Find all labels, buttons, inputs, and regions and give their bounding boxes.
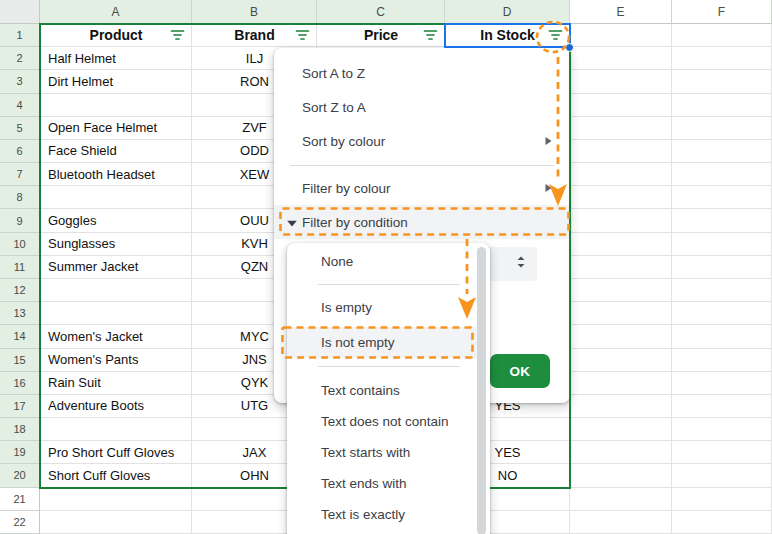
condition-option-none[interactable]: None bbox=[287, 246, 477, 277]
menu-item-sort-by-colour[interactable]: Sort by colour bbox=[274, 124, 570, 158]
cell-A6-product[interactable]: Face Shield bbox=[40, 140, 192, 162]
row-header-21[interactable]: 21 bbox=[0, 488, 40, 511]
condition-option-text-is-exactly[interactable]: Text is exactly bbox=[287, 499, 477, 530]
scrollbar-thumb[interactable] bbox=[477, 247, 486, 534]
condition-option-is-not-empty[interactable]: Is not empty bbox=[287, 327, 477, 358]
spreadsheet-app: ABCDEF 123456789101112131415161718192021… bbox=[0, 0, 772, 534]
row-header-14[interactable]: 14 bbox=[0, 325, 40, 348]
menu-item-sort-z-to-a[interactable]: Sort Z to A bbox=[274, 90, 570, 124]
cell-A5-product[interactable]: Open Face Helmet bbox=[40, 117, 192, 139]
cell-A9-product[interactable]: Goggles bbox=[40, 209, 192, 231]
header-label: Price bbox=[364, 27, 398, 43]
column-header-C[interactable]: C bbox=[317, 0, 445, 24]
row-header-3[interactable]: 3 bbox=[0, 70, 40, 93]
menu-item-label: Filter by condition bbox=[302, 215, 408, 230]
row-header-20[interactable]: 20 bbox=[0, 464, 40, 487]
cell-A2-product[interactable]: Half Helmet bbox=[40, 47, 192, 69]
row-header-11[interactable]: 11 bbox=[0, 256, 40, 279]
cell-A14-product[interactable]: Women's Jacket bbox=[40, 325, 192, 347]
row-header-13[interactable]: 13 bbox=[0, 302, 40, 325]
submenu-arrow-icon bbox=[545, 181, 552, 196]
header-row: ProductBrandPriceIn Stock bbox=[40, 24, 772, 47]
row-header-12[interactable]: 12 bbox=[0, 279, 40, 302]
row-header-8[interactable]: 8 bbox=[0, 186, 40, 209]
menu-item-sort-a-to-z[interactable]: Sort A to Z bbox=[274, 56, 570, 90]
column-header-E[interactable]: E bbox=[570, 0, 672, 24]
cell-A17-product[interactable]: Adventure Boots bbox=[40, 395, 192, 417]
header-cell-brand[interactable]: Brand bbox=[192, 24, 317, 46]
row-header-10[interactable]: 10 bbox=[0, 233, 40, 256]
cell-A3-product[interactable]: Dirt Helmet bbox=[40, 70, 192, 92]
cell-A19-product[interactable]: Pro Short Cuff Gloves bbox=[40, 441, 192, 463]
menu-divider bbox=[290, 165, 554, 166]
cell-A7-product[interactable]: Bluetooth Headset bbox=[40, 163, 192, 185]
column-header-A[interactable]: A bbox=[40, 0, 192, 24]
column-header-F[interactable]: F bbox=[672, 0, 772, 24]
header-label: In Stock bbox=[480, 27, 534, 43]
row-header-16[interactable]: 16 bbox=[0, 372, 40, 395]
menu-item-label: Sort by colour bbox=[302, 134, 385, 149]
cell-A20-product[interactable]: Short Cuff Gloves bbox=[40, 464, 192, 486]
row-header-9[interactable]: 9 bbox=[0, 209, 40, 232]
column-header-B[interactable]: B bbox=[192, 0, 317, 24]
row-header-22[interactable]: 22 bbox=[0, 511, 40, 534]
row-header-7[interactable]: 7 bbox=[0, 163, 40, 186]
cell-A16-product[interactable]: Rain Suit bbox=[40, 372, 192, 394]
menu-item-filter-by-colour[interactable]: Filter by colour bbox=[274, 171, 570, 205]
condition-option-text-does-not-contain[interactable]: Text does not contain bbox=[287, 406, 477, 437]
filter-icon[interactable] bbox=[294, 28, 310, 42]
row-header-19[interactable]: 19 bbox=[0, 441, 40, 464]
condition-option-text-ends-with[interactable]: Text ends with bbox=[287, 468, 477, 499]
cell-A10-product[interactable]: Sunglasses bbox=[40, 233, 192, 255]
menu-item-filter-by-condition[interactable]: Filter by condition bbox=[274, 205, 570, 239]
menu-item-label: Sort A to Z bbox=[302, 66, 365, 81]
row-header-4[interactable]: 4 bbox=[0, 94, 40, 117]
menu-item-label: Filter by colour bbox=[302, 181, 391, 196]
select-all-corner[interactable] bbox=[0, 0, 40, 24]
row-header-1[interactable]: 1 bbox=[0, 24, 40, 47]
condition-option-text-contains[interactable]: Text contains bbox=[287, 375, 477, 406]
ok-button[interactable]: OK bbox=[490, 354, 550, 388]
expand-triangle-icon bbox=[287, 215, 297, 230]
header-cell-in-stock[interactable]: In Stock bbox=[445, 24, 570, 46]
filter-icon[interactable] bbox=[547, 28, 563, 42]
row-header-5[interactable]: 5 bbox=[0, 117, 40, 140]
header-cell-product[interactable]: Product bbox=[40, 24, 192, 46]
condition-option-text-starts-with[interactable]: Text starts with bbox=[287, 437, 477, 468]
condition-option-is-empty[interactable]: Is empty bbox=[287, 292, 477, 323]
row-header-17[interactable]: 17 bbox=[0, 395, 40, 418]
column-header-D[interactable]: D bbox=[445, 0, 570, 24]
row-header-6[interactable]: 6 bbox=[0, 140, 40, 163]
condition-menu-scrollbar[interactable] bbox=[477, 247, 486, 534]
row-header-2[interactable]: 2 bbox=[0, 47, 40, 70]
header-label: Product bbox=[90, 27, 143, 43]
menu-divider bbox=[318, 284, 460, 285]
submenu-arrow-icon bbox=[545, 134, 552, 149]
filter-icon[interactable] bbox=[169, 28, 185, 42]
filter-icon[interactable] bbox=[422, 28, 438, 42]
row-header-18[interactable]: 18 bbox=[0, 418, 40, 441]
condition-menu: NoneIs emptyIs not emptyText containsTex… bbox=[287, 243, 490, 534]
unfold-more-icon bbox=[516, 255, 526, 273]
row-header-15[interactable]: 15 bbox=[0, 349, 40, 372]
menu-item-label: Sort Z to A bbox=[302, 100, 366, 115]
cell-A11-product[interactable]: Summer Jacket bbox=[40, 256, 192, 278]
cell-A15-product[interactable]: Women's Pants bbox=[40, 349, 192, 371]
header-label: Brand bbox=[234, 27, 274, 43]
menu-divider bbox=[318, 366, 460, 367]
header-cell-price[interactable]: Price bbox=[317, 24, 445, 46]
